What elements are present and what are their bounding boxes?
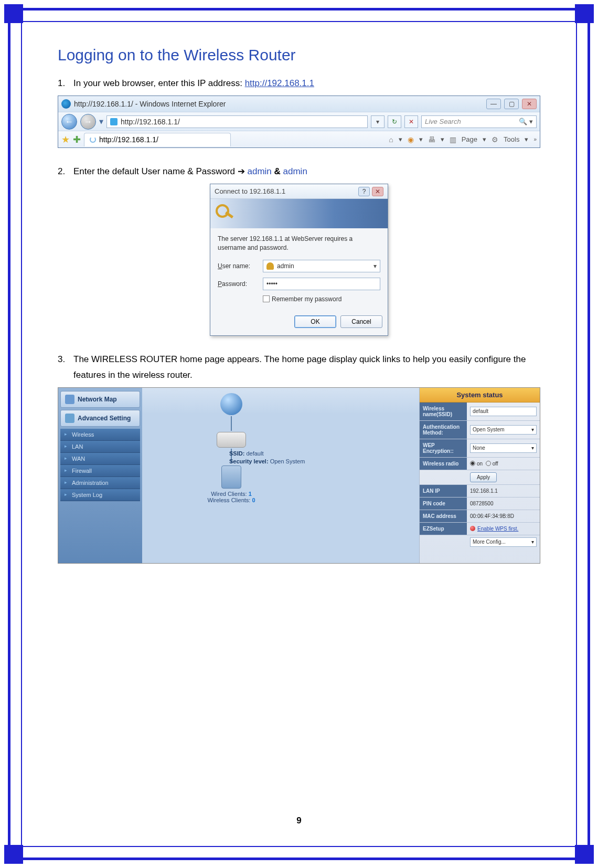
- status-mac-label: MAC address: [420, 510, 467, 522]
- dialog-buttons: OK Cancel: [210, 315, 388, 335]
- username-value: admin: [277, 262, 294, 270]
- sidebar-item-lan[interactable]: LAN: [60, 441, 140, 453]
- browser-tab[interactable]: http://192.168.1.1/: [84, 133, 231, 146]
- password-row: Password: •••••: [218, 278, 380, 290]
- status-radio-row: Wireless radio on off: [420, 458, 540, 470]
- router-home-page: Network Map Advanced Setting Wireless LA…: [58, 387, 540, 564]
- network-diagram: Wired Clients: 1 Wireless Clients: 0: [153, 393, 310, 503]
- router-node[interactable]: [153, 432, 310, 448]
- step-1-text: In your web browser, enter this IP addre…: [73, 76, 540, 91]
- dialog-window-buttons: ? ✕: [358, 187, 383, 196]
- maximize-button[interactable]: ▢: [504, 99, 519, 109]
- system-status-title: System status: [420, 388, 540, 403]
- refresh-button[interactable]: ↻: [388, 115, 401, 128]
- add-favorites-icon[interactable]: ✚: [73, 134, 81, 145]
- dialog-help-button[interactable]: ?: [358, 187, 370, 196]
- stop-button[interactable]: ✕: [404, 115, 418, 128]
- tools-dd[interactable]: ▾: [525, 135, 528, 143]
- minimize-button[interactable]: —: [486, 99, 501, 109]
- step-3-text: The WIRELESS ROUTER home page appears. T…: [73, 352, 540, 383]
- step-2-number: 2.: [58, 164, 73, 179]
- client-node[interactable]: [153, 465, 310, 489]
- back-button[interactable]: ←: [61, 114, 77, 130]
- tools-icon[interactable]: ⚙: [492, 135, 498, 144]
- page-dd[interactable]: ▾: [483, 135, 486, 143]
- status-lan-label: LAN IP: [420, 485, 467, 497]
- network-map-icon: [65, 395, 74, 404]
- radio-off[interactable]: [486, 461, 491, 466]
- toolbar-overflow[interactable]: »: [533, 136, 537, 142]
- nav-dropdown-icon[interactable]: ▾: [99, 117, 103, 126]
- feed-dd[interactable]: ▾: [419, 135, 423, 143]
- print-icon[interactable]: 🖶: [428, 135, 435, 144]
- print-dd[interactable]: ▾: [441, 135, 444, 143]
- step-2-username: admin: [248, 166, 272, 176]
- more-config-select[interactable]: More Config...▾: [470, 537, 537, 547]
- password-label-rest: assword:: [222, 280, 247, 288]
- dialog-close-button[interactable]: ✕: [372, 187, 383, 196]
- sidebar-network-map[interactable]: Network Map: [60, 391, 140, 408]
- sidebar-advanced-setting[interactable]: Advanced Setting: [60, 410, 140, 427]
- search-icon[interactable]: 🔍: [519, 118, 527, 125]
- dialog-banner: [210, 199, 388, 228]
- globe-icon: [220, 393, 242, 415]
- close-button[interactable]: ✕: [522, 99, 537, 109]
- status-wep-select[interactable]: None▾: [470, 443, 537, 453]
- feed-icon[interactable]: ◉: [408, 135, 414, 144]
- search-placeholder: Live Search: [425, 118, 461, 125]
- figure-auth-dialog: Connect to 192.168.1.1 ? ✕ The server 19…: [58, 184, 540, 336]
- wireless-clients-label: Wireless Clients:: [207, 497, 250, 503]
- step-1-text-a: In your web browser, enter this IP addre…: [73, 78, 245, 88]
- enable-wps-link[interactable]: Enable WPS first.: [477, 526, 518, 532]
- forward-button[interactable]: →: [80, 114, 96, 130]
- favorites-icon[interactable]: ★: [61, 134, 70, 145]
- auth-dialog: Connect to 192.168.1.1 ? ✕ The server 19…: [210, 184, 388, 336]
- page-icon[interactable]: ▥: [450, 135, 456, 144]
- router-main-panel: Wired Clients: 1 Wireless Clients: 0 SSI…: [142, 388, 419, 563]
- address-field[interactable]: http://192.168.1.1/: [106, 115, 368, 128]
- step-1-link[interactable]: http://192.168.1.1: [245, 78, 314, 88]
- username-input[interactable]: admin ▾: [263, 260, 380, 272]
- status-auth-value: Open System: [473, 427, 505, 432]
- apply-button[interactable]: Apply: [470, 472, 497, 482]
- wired-clients-label: Wired Clients:: [211, 491, 247, 497]
- address-dropdown[interactable]: ▾: [371, 115, 385, 128]
- wired-clients-count: 1: [249, 491, 252, 497]
- dialog-titlebar: Connect to 192.168.1.1 ? ✕: [210, 184, 388, 199]
- password-label: Password:: [218, 280, 263, 288]
- tab-text: http://192.168.1.1/: [99, 135, 158, 144]
- sidebar-item-wan[interactable]: WAN: [60, 453, 140, 465]
- status-pin-label: PIN code: [420, 497, 467, 510]
- ok-button[interactable]: OK: [294, 315, 336, 328]
- radio-on[interactable]: [470, 461, 475, 466]
- sidebar-item-system-log[interactable]: System Log: [60, 489, 140, 501]
- status-pin-value: 08728500: [467, 497, 540, 510]
- home-icon[interactable]: ⌂: [389, 135, 393, 144]
- password-input[interactable]: •••••: [263, 278, 380, 290]
- tools-menu[interactable]: Tools: [504, 135, 519, 143]
- system-status-panel: System status Wireless name(SSID) defaul…: [419, 388, 540, 563]
- search-field[interactable]: Live Search 🔍 ▾: [421, 115, 537, 128]
- search-dropdown-icon[interactable]: ▾: [529, 118, 533, 125]
- dialog-title-text: Connect to 192.168.1.1: [215, 187, 285, 195]
- sidebar-item-administration[interactable]: Administration: [60, 477, 140, 489]
- username-dropdown-icon[interactable]: ▾: [373, 262, 377, 270]
- sidebar-item-firewall[interactable]: Firewall: [60, 465, 140, 477]
- home-dd[interactable]: ▾: [399, 135, 402, 143]
- router-icon: [217, 432, 246, 448]
- status-ssid-input[interactable]: default: [470, 407, 537, 416]
- internet-node[interactable]: [153, 393, 310, 415]
- cancel-button[interactable]: Cancel: [340, 315, 382, 328]
- status-auth-select[interactable]: Open System▾: [470, 425, 537, 435]
- ie-tab-bar: ★ ✚ http://192.168.1.1/ ⌂▾ ◉▾ 🖶▾ ▥Page▾ …: [58, 131, 540, 147]
- wireless-clients-count: 0: [252, 497, 255, 503]
- password-value: •••••: [266, 280, 277, 288]
- remember-label-rest: emember my password: [276, 295, 342, 303]
- status-wep-dd-icon: ▾: [531, 445, 534, 451]
- sidebar-item-wireless[interactable]: Wireless: [60, 429, 140, 441]
- status-radio-label: Wireless radio: [420, 458, 467, 470]
- status-ezsetup-label: EZSetup: [420, 523, 467, 535]
- page-menu[interactable]: Page: [462, 135, 477, 143]
- remember-checkbox[interactable]: [263, 295, 270, 302]
- remember-label: Remember my password: [272, 295, 341, 303]
